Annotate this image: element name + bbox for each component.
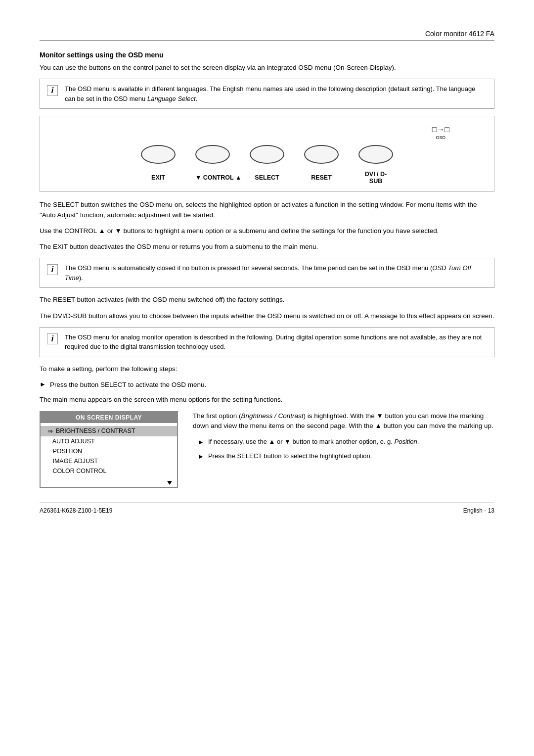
osd-menu-section: ON SCREEN DISPLAY ⇒ BRIGHTNESS / CONTRAS… xyxy=(40,411,494,488)
osd-menu-header: ON SCREEN DISPLAY xyxy=(41,412,177,423)
label-select: SELECT xyxy=(250,174,284,181)
bullet-arrow-1: ► xyxy=(40,380,46,390)
osd-symbol: □→□ xyxy=(432,125,449,134)
label-reset: RESET xyxy=(304,174,339,181)
osd-item-auto: AUTO ADJUST xyxy=(41,436,177,446)
btn-labels-row: EXIT ▼ CONTROL ▲ SELECT RESET DVI / D-SU… xyxy=(141,171,393,185)
button-select xyxy=(250,145,284,164)
label-dvi: DVI / D-SUB xyxy=(358,171,393,185)
para4: The RESET button activates (with the OSD… xyxy=(40,295,494,305)
sub-bullet-2: ► Press the SELECT button to select the … xyxy=(193,451,494,462)
info-text-1: The OSD menu is available in different l… xyxy=(65,84,487,103)
sub-text-2: Press the SELECT button to select the hi… xyxy=(208,451,372,462)
label-color: COLOR CONTROL xyxy=(47,468,106,474)
bullet-text-1: Press the button SELECT to activate the … xyxy=(50,380,206,390)
arrow-brightness: ⇒ xyxy=(47,427,53,435)
info-box-1: i The OSD menu is available in different… xyxy=(40,79,494,109)
button-dvi xyxy=(358,145,393,164)
label-control: ▼ CONTROL ▲ xyxy=(195,174,230,181)
info-icon-2: i xyxy=(47,264,58,275)
osd-item-color: COLOR CONTROL xyxy=(41,466,177,476)
osd-menu-items: ⇒ BRIGHTNESS / CONTRAST AUTO ADJUST POSI… xyxy=(41,423,177,479)
sub-bullet-1: ► If necessary, use the ▲ or ▼ button to… xyxy=(193,437,494,447)
page-footer: A26361-K628-Z100-1-5E19 English - 13 xyxy=(40,503,494,514)
osd-menu-box: ON SCREEN DISPLAY ⇒ BRIGHTNESS / CONTRAS… xyxy=(40,411,178,488)
section-title: Monitor settings using the OSD menu xyxy=(40,51,494,59)
sub-arrow-1: ► xyxy=(198,437,204,447)
button-reset xyxy=(304,145,339,164)
para7: The main menu appears on the screen with… xyxy=(40,395,494,405)
osd-label: OSD xyxy=(436,135,446,140)
bullet-row-1: ► Press the button SELECT to activate th… xyxy=(40,380,494,390)
info-text-3: The OSD menu for analog monitor operatio… xyxy=(65,332,487,352)
footer-left: A26361-K628-Z100-1-5E19 xyxy=(40,507,112,514)
para2: Use the CONTROL ▲ or ▼ buttons to highli… xyxy=(40,226,494,236)
info-text-2: The OSD menu is automatically closed if … xyxy=(65,263,487,283)
osd-icon: □→□ OSD xyxy=(432,125,449,140)
scroll-down-icon xyxy=(167,481,172,485)
osd-item-image: IMAGE ADJUST xyxy=(41,456,177,466)
info-icon-3: i xyxy=(47,333,58,344)
right-para1: The first option (Brightness / Contrast)… xyxy=(193,411,494,431)
osd-item-position: POSITION xyxy=(41,446,177,456)
osd-icon-row: □→□ OSD xyxy=(55,125,479,140)
button-exit xyxy=(141,145,176,164)
page: Color monitor 4612 FA Monitor settings u… xyxy=(0,0,534,756)
info-box-2: i The OSD menu is automatically closed i… xyxy=(40,258,494,288)
para6: To make a setting, perform the following… xyxy=(40,364,494,374)
button-control xyxy=(195,145,230,164)
page-title: Color monitor 4612 FA xyxy=(425,30,494,38)
label-auto: AUTO ADJUST xyxy=(47,438,95,445)
sub-arrow-2: ► xyxy=(198,452,204,462)
label-exit: EXIT xyxy=(141,174,176,181)
label-position: POSITION xyxy=(47,448,82,455)
info-box-3: i The OSD menu for analog monitor operat… xyxy=(40,327,494,357)
buttons-row xyxy=(141,145,393,164)
label-brightness: BRIGHTNESS / CONTRAST xyxy=(56,427,135,434)
page-header: Color monitor 4612 FA xyxy=(40,30,494,41)
sub-text-1: If necessary, use the ▲ or ▼ button to m… xyxy=(208,437,419,447)
label-image: IMAGE ADJUST xyxy=(47,458,98,465)
info-icon-1: i xyxy=(47,85,58,96)
osd-right-description: The first option (Brightness / Contrast)… xyxy=(193,411,494,466)
para5: The DVI/D-SUB button allows you to choos… xyxy=(40,311,494,321)
footer-right: English - 13 xyxy=(463,507,494,514)
osd-item-brightness: ⇒ BRIGHTNESS / CONTRAST xyxy=(41,426,177,436)
osd-menu-bottom xyxy=(41,479,177,487)
intro-text: You can use the buttons on the control p… xyxy=(40,63,494,73)
para1: The SELECT button switches the OSD menu … xyxy=(40,200,494,220)
button-diagram: □→□ OSD EXIT ▼ CONTROL ▲ SELECT RESET DV… xyxy=(40,116,494,192)
para3: The EXIT button deactivates the OSD menu… xyxy=(40,242,494,252)
